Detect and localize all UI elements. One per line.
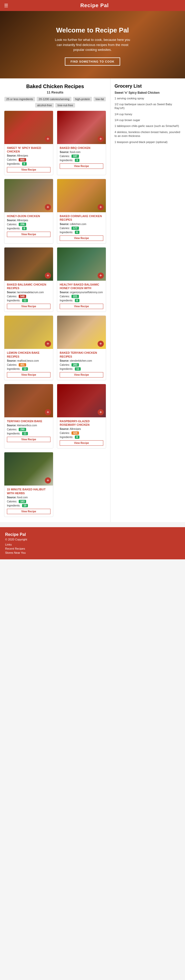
recipe-card: + HONEY-DIJON CHICKEN Source: Allrecipes… [4,179,53,243]
add-to-grocery-button[interactable]: + [45,409,51,415]
recipe-source: Source: Allrecipes [60,428,103,430]
recipe-calories: Calories: 401 [7,363,50,366]
main-content: Baked Chicken Recipes 11 Results 25 or l… [0,78,185,522]
view-recipe-button[interactable]: View Recipe [60,440,103,446]
recipe-card: + BAKED BBQ CHICKEN Source: food.com Cal… [57,111,106,175]
card-body: TERIYAKI CHICKEN BAKE Source: kleinworth… [4,417,53,445]
recipe-image: + [4,316,53,349]
find-something-button[interactable]: FIND SOMETHING TO COOK [65,57,120,66]
add-to-grocery-button[interactable]: + [45,341,51,347]
recipe-image: + [4,179,53,212]
view-recipe-button[interactable]: View Recipe [60,304,103,309]
grocery-list-item: 1/4 cup honey [114,112,181,116]
add-to-grocery-button[interactable]: + [98,136,104,142]
add-to-grocery-button[interactable]: + [45,136,51,142]
card-body: SWEET 'N' SPICY BAKED CHICKEN Source: Al… [4,144,53,175]
grocery-section: Grocery List Sweet 'n' Spicy Baked Chick… [110,78,185,522]
recipe-card: + HEALTHY BAKED BALSAMIC HONEY CHICKEN W… [57,247,106,312]
footer-link-links[interactable]: Links [5,543,180,546]
add-to-grocery-button[interactable]: + [98,409,104,415]
recipe-calories: Calories: 163 [7,500,50,503]
recipe-card: + TERIYAKI CHICKEN BAKE Source: kleinwor… [4,384,53,449]
footer-copyright: © 2020 Copyright [5,538,180,541]
view-recipe-button[interactable]: View Recipe [7,304,50,309]
recipe-card: + SWEET 'N' SPICY BAKED CHICKEN Source: … [4,111,53,175]
card-body: BAKED BBQ CHICKEN Source: food.com Calor… [57,144,106,171]
footer-link-recipes[interactable]: Recent Recipes [5,547,180,550]
recipe-ingredients: Ingredients: 10 [7,504,50,507]
footer-title: Recipe Pal [5,532,180,537]
site-header: ☰ Recipe Pal [0,0,185,11]
view-recipe-button[interactable]: View Recipe [60,235,103,241]
add-to-grocery-button[interactable]: + [98,204,104,210]
hero-description: Look no further for what to cook, becaus… [54,37,131,52]
recipe-image: + [4,248,53,281]
recipe-image: + [4,452,53,485]
view-recipe-button[interactable]: View Recipe [60,372,103,377]
view-recipe-button[interactable]: View Recipe [7,232,50,237]
recipe-title: 15 MINUTE BAKED HALIBUT WITH HERBS [7,488,50,495]
recipe-grid: + SWEET 'N' SPICY BAKED CHICKEN Source: … [4,111,106,517]
recipe-card: + BAKED TERIYAKI CHICKEN RECIPES Source:… [57,315,106,380]
view-recipe-button[interactable]: View Recipe [7,167,50,172]
view-recipe-button[interactable]: View Recipe [7,372,50,377]
recipe-title: BAKED TERIYAKI CHICKEN RECIPES [60,351,103,358]
recipe-title: RASPBERRY-GLAZED ROSEMARY CHICKEN [60,419,103,427]
recipe-calories: Calories: 866 [7,158,50,161]
filter-tag-treenut[interactable]: tree-nut-free [55,103,75,108]
menu-icon[interactable]: ☰ [4,3,8,8]
view-recipe-button[interactable]: View Recipe [60,164,103,169]
card-body: BAKED BALSAMIC CHICKEN RECIPES Source: l… [4,281,53,312]
recipe-card: + 15 MINUTE BAKED HALIBUT WITH HERBS Sou… [4,452,53,517]
recipe-calories: Calories: 177 [60,226,103,230]
grocery-list: 1 serving cooking spray1/2 cup barbeque … [114,97,181,144]
grocery-list-item: 4 skinless, boneless chicken breast halv… [114,130,181,138]
add-to-grocery-button[interactable]: + [98,272,104,278]
recipe-source: Source: cdkitchen.com [60,223,103,226]
recipe-title: BAKED BBQ CHICKEN [60,146,103,150]
recipe-source: Source: lacremeadelacrum.com [7,291,50,294]
filter-tag-calories[interactable]: 20-1200 calories/serving [37,97,71,102]
recipe-title: BAKED BALSAMIC CHICKEN RECIPES [7,283,50,290]
recipe-ingredients: Ingredients: 8 [60,436,103,439]
grocery-recipe-name: Sweet 'n' Spicy Baked Chicken [114,91,181,94]
filter-tag-protein[interactable]: high-protein [73,97,92,102]
recipe-title: LEMON CHICKEN BAKE RECIPES [7,351,50,358]
recipes-title: Baked Chicken Recipes [4,84,106,89]
recipe-image: + [57,248,106,281]
recipe-calories: Calories: 283 [60,363,103,366]
recipe-title: HONEY-DIJON CHICKEN [7,214,50,218]
grocery-title: Grocery List [114,84,181,89]
recipe-card: + BAKED CORNFLAKE CHICKEN RECIPES Source… [57,179,106,243]
card-body: RASPBERRY-GLAZED ROSEMARY CHICKEN Source… [57,417,106,449]
add-to-grocery-button[interactable]: + [98,341,104,347]
recipe-source: Source: organizeyourselfskinnny.com [60,291,103,294]
add-to-grocery-button[interactable]: + [45,204,51,210]
hero-section: Welcome to Recipe Pal Look no further fo… [0,11,185,78]
recipe-source: Source: realfood.tesco.com [7,360,50,362]
grocery-list-item: 1/4 cup brown sugar [114,118,181,122]
recipe-source: Source: slenderkitchen.com [60,360,103,362]
filter-tag-lowfat[interactable]: low-fat [93,97,106,102]
filter-tag-ingredients[interactable]: 25 or less ingredients [4,97,35,102]
footer-link-stores[interactable]: Stores Near You [5,551,180,554]
results-count: 11 Results [4,91,106,94]
view-recipe-button[interactable]: View Recipe [7,509,50,514]
site-footer: Recipe Pal © 2020 Copyright Links Recent… [0,527,185,559]
recipe-title: SWEET 'N' SPICY BAKED CHICKEN [7,146,50,153]
recipe-image: + [4,384,53,417]
recipe-ingredients: Ingredients: 8 [60,299,103,302]
card-body: 15 MINUTE BAKED HALIBUT WITH HERBS Sourc… [4,485,53,517]
add-to-grocery-button[interactable]: + [45,477,51,484]
recipe-calories: Calories: 221 [60,295,103,298]
card-body: LEMON CHICKEN BAKE RECIPES Source: realf… [4,349,53,380]
recipe-image: + [57,111,106,144]
filter-tag-alcohol[interactable]: alcohol-free [35,103,54,108]
recipe-ingredients: Ingredients: 11 [7,299,50,302]
add-to-grocery-button[interactable]: + [45,272,51,278]
card-body: BAKED TERIYAKI CHICKEN RECIPES Source: s… [57,349,106,380]
view-recipe-button[interactable]: View Recipe [7,437,50,442]
recipe-source: Source: Allrecipes [7,219,50,222]
card-body: HONEY-DIJON CHICKEN Source: Allrecipes C… [4,212,53,240]
grocery-list-item: 1 serving cooking spray [114,97,181,100]
